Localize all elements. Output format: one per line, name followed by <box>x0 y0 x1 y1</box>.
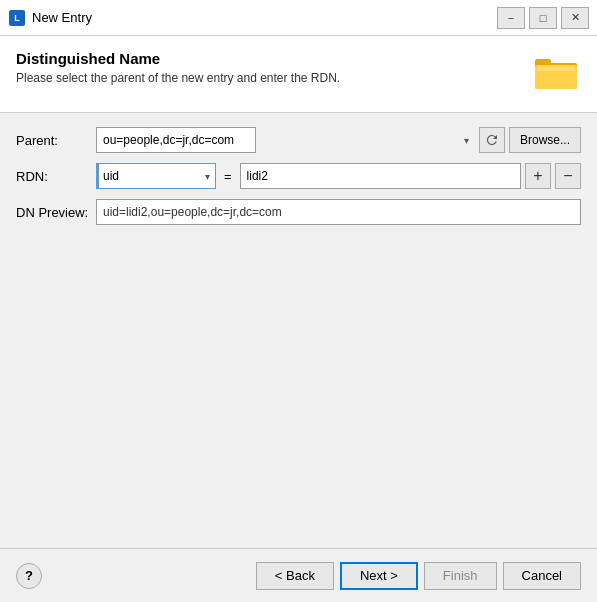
refresh-icon <box>485 133 499 147</box>
app-icon: L <box>8 9 26 27</box>
window-controls: − □ ✕ <box>497 7 589 29</box>
parent-label: Parent: <box>16 133 96 148</box>
window-title: New Entry <box>32 10 497 25</box>
parent-row: Parent: ou=people,dc=jr,dc=com Browse... <box>16 127 581 153</box>
rdn-select-wrapper: uid <box>96 163 216 189</box>
next-button[interactable]: Next > <box>340 562 418 590</box>
header-text: Distinguished Name Please select the par… <box>16 50 340 85</box>
rdn-attribute-select[interactable]: uid <box>96 163 216 189</box>
footer-buttons: < Back Next > Finish Cancel <box>256 562 581 590</box>
folder-icon <box>533 50 581 98</box>
dn-preview-input <box>96 199 581 225</box>
form-section: Parent: ou=people,dc=jr,dc=com Browse...… <box>0 113 597 548</box>
header-subtitle: Please select the parent of the new entr… <box>16 71 340 85</box>
refresh-button[interactable] <box>479 127 505 153</box>
finish-button[interactable]: Finish <box>424 562 497 590</box>
dn-preview-row: DN Preview: <box>16 199 581 225</box>
parent-select[interactable]: ou=people,dc=jr,dc=com <box>96 127 256 153</box>
remove-rdn-button[interactable]: − <box>555 163 581 189</box>
parent-controls: ou=people,dc=jr,dc=com Browse... <box>96 127 581 153</box>
rdn-controls: uid = + − <box>96 163 581 189</box>
maximize-button[interactable]: □ <box>529 7 557 29</box>
equals-sign: = <box>220 169 236 184</box>
dialog-footer: ? < Back Next > Finish Cancel <box>0 548 597 602</box>
rdn-label: RDN: <box>16 169 96 184</box>
add-rdn-button[interactable]: + <box>525 163 551 189</box>
back-button[interactable]: < Back <box>256 562 334 590</box>
dialog-body: Distinguished Name Please select the par… <box>0 36 597 548</box>
rdn-row: RDN: uid = + − <box>16 163 581 189</box>
footer-left: ? <box>16 563 256 589</box>
cancel-button[interactable]: Cancel <box>503 562 581 590</box>
folder-svg <box>535 55 579 93</box>
close-button[interactable]: ✕ <box>561 7 589 29</box>
dn-preview-label: DN Preview: <box>16 205 96 220</box>
browse-button[interactable]: Browse... <box>509 127 581 153</box>
svg-rect-3 <box>537 67 575 71</box>
dialog-header: Distinguished Name Please select the par… <box>0 36 597 113</box>
ldap-icon: L <box>9 10 25 26</box>
title-bar: L New Entry − □ ✕ <box>0 0 597 36</box>
help-button[interactable]: ? <box>16 563 42 589</box>
header-title: Distinguished Name <box>16 50 340 67</box>
parent-select-wrapper: ou=people,dc=jr,dc=com <box>96 127 475 153</box>
minimize-button[interactable]: − <box>497 7 525 29</box>
dn-preview-controls <box>96 199 581 225</box>
rdn-value-input[interactable] <box>240 163 521 189</box>
